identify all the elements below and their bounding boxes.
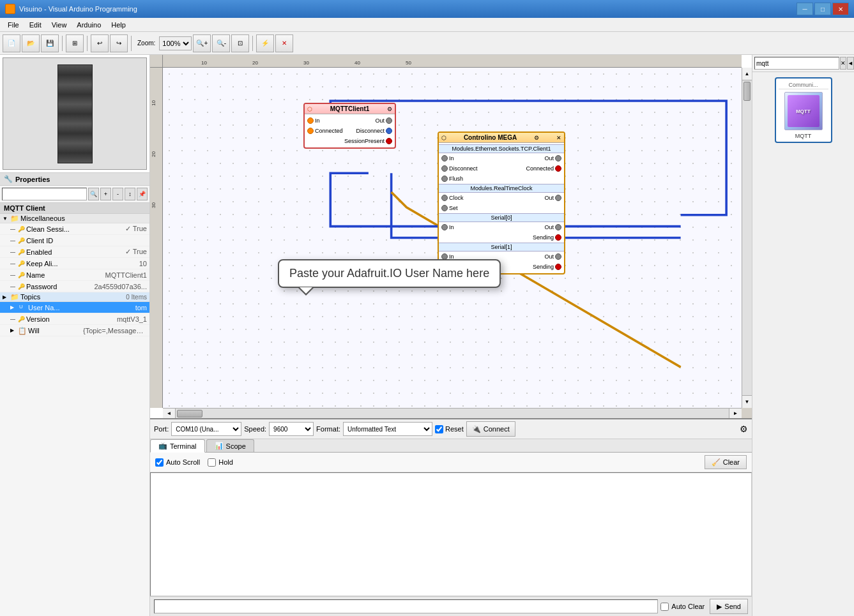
zoom-select[interactable]: 100% 50% 75% 125% 150% [159,36,192,50]
port-select[interactable]: COM10 (Una... [171,422,241,436]
prop-row-username[interactable]: ▶ U User Na... tom [0,302,149,313]
controller-node[interactable]: ⬡ Controlino MEGA ⚙ ✕ Modules.Ethernet.S… [438,131,565,274]
h-scrollbar[interactable]: ◄ ► [163,408,742,418]
scope-tab-label: Scope [226,442,246,450]
menu-arduino[interactable]: Arduino [72,20,106,30]
mqtt-out-port[interactable]: Out [375,117,392,124]
mqtt-connected-port[interactable]: Connected [307,128,343,134]
zoom-fit-button[interactable]: ⊡ [231,34,249,52]
password-label: Password [26,283,94,290]
send-button[interactable]: ▶ Send [710,599,748,614]
format-select[interactable]: Unformatted Text Hex Dec [343,422,432,436]
mqtt-component-card[interactable]: Communi... MQTT MQTT [775,77,832,143]
auto-clear-checkbox[interactable] [660,603,669,611]
hold-checkbox[interactable] [208,458,216,467]
compile-button[interactable]: ⚡ [256,34,274,52]
bottom-wrench-btn[interactable]: ⚙ [740,424,748,434]
prop-row-cleansession[interactable]: — 🔑 Clean Sessi... ✓ True [0,223,149,235]
reset-checkbox-label[interactable]: Reset [435,425,464,433]
clear-button[interactable]: 🧹 Clear [705,455,747,469]
prop-row-password[interactable]: — 🔑 Password 2a4559d07a36... [0,281,149,292]
search-back-btn[interactable]: ◄ [847,57,854,70]
menu-help[interactable]: Help [106,20,131,30]
prop-row-version[interactable]: — 🔑 Version mqttV3_1 [0,313,149,325]
v-scrollbar[interactable]: ▲ ▼ [742,68,752,408]
password-value: 2a4559d07a36... [94,283,147,290]
ctrl-rtcout-dot [555,195,561,201]
v-scroll-thumb[interactable] [743,82,751,101]
h-scroll-thumb[interactable] [177,410,202,417]
auto-clear-label[interactable]: Auto Clear [660,603,705,611]
auto-scroll-checkbox[interactable] [155,458,164,467]
prop-sort-btn[interactable]: ↕ [125,188,135,200]
auto-scroll-label[interactable]: Auto Scroll [155,458,200,467]
canvas-wrapper[interactable]: 10 20 30 40 50 10 20 30 [150,55,752,418]
terminal-tab-label: Terminal [170,442,197,450]
speed-label: Speed: [244,425,266,433]
prop-search-btn[interactable]: 🔍 [88,188,99,200]
speed-select[interactable]: 9600 300 1200 2400 4800 19200 [269,422,314,436]
menu-view[interactable]: View [47,20,72,30]
upload-button[interactable]: ✕ [275,34,293,52]
topics-label: Topics [20,293,40,301]
mqtt-disconnect-port[interactable]: Disconnect [356,128,392,134]
grid-button[interactable]: ⊞ [66,34,84,52]
terminal-tab[interactable]: 📺 Terminal [150,439,205,453]
save-button[interactable]: 💾 [41,34,59,52]
minimize-button[interactable]: ─ [797,3,813,15]
prop-collapse-btn[interactable]: - [112,188,123,200]
new-button[interactable]: 📄 [3,34,20,52]
scroll-right-btn[interactable]: ► [729,409,742,418]
menu-file[interactable]: File [3,20,24,30]
leaf-icon5: — [10,272,18,278]
close-button[interactable]: ✕ [832,3,849,15]
port-label: Port: [154,425,169,433]
prop-row-name[interactable]: — 🔑 Name MQTTClient1 [0,269,149,281]
separator-3 [131,36,132,51]
prop-pin-btn[interactable]: 📌 [137,188,148,200]
properties-search-input[interactable] [2,188,87,200]
prop-expand-btn[interactable]: + [100,188,111,200]
prop-row-keepalive[interactable]: — 🔑 Keep Ali... 10 [0,258,149,269]
scope-tab[interactable]: 📊 Scope [206,439,254,452]
canvas-content[interactable]: ⬡ MQTTClient1 ⚙ In Out [163,68,742,408]
scroll-left-btn[interactable]: ◄ [163,409,176,418]
mqtt-in-port[interactable]: In [307,117,320,124]
send-input[interactable] [154,599,658,613]
undo-button[interactable]: ↩ [91,34,109,52]
connect-icon: 🔌 [472,425,481,433]
reset-checkbox[interactable] [435,425,443,433]
prop-row-enabled[interactable]: — 🔑 Enabled ✓ True [0,246,149,258]
ctrl-in-label: In [449,155,454,162]
zoom-in-button[interactable]: 🔍+ [193,34,211,52]
ctrl-s0out-label: Out [544,224,554,230]
mqtt-node[interactable]: ⬡ MQTTClient1 ⚙ In Out [303,103,396,149]
name-label: Name [26,271,105,279]
scroll-down-btn[interactable]: ▼ [742,395,752,408]
connect-label: Connect [484,425,510,433]
restore-button[interactable]: □ [814,3,831,15]
controller-settings-icon[interactable]: ⚙ [534,135,539,141]
scroll-up-btn[interactable]: ▲ [742,68,752,80]
open-button[interactable]: 📂 [22,34,40,52]
prop-row-will[interactable]: ▶ 📋 Will {Topic=,Message=D... [0,325,149,336]
mqtt-session-port[interactable]: SessionPresent [344,138,392,144]
username-label: User Na... [28,304,135,312]
component-search-input[interactable] [754,57,839,70]
version-value: mqttV3_1 [117,315,147,323]
miscellaneous-header[interactable]: ▼ 📁 Miscellaneous [0,214,149,223]
mqtt-settings-icon[interactable]: ⚙ [387,106,392,112]
redo-button[interactable]: ↪ [110,34,128,52]
search-clear-x[interactable]: ✕ [840,57,846,70]
zoom-out-button[interactable]: 🔍- [212,34,230,52]
menu-edit[interactable]: Edit [24,20,47,30]
connect-button[interactable]: 🔌 Connect [466,421,515,437]
topics-header[interactable]: ▶ 📁 Topics 0 Items [0,292,149,302]
ruler-mark-40: 40 [355,60,360,66]
in-dot [307,117,314,124]
hold-label[interactable]: Hold [208,458,233,467]
terminal-textarea[interactable] [151,473,751,596]
prop-row-clientid[interactable]: — 🔑 Client ID [0,235,149,246]
keepalive-value: 10 [139,260,147,267]
controller-close-icon[interactable]: ✕ [556,135,561,141]
